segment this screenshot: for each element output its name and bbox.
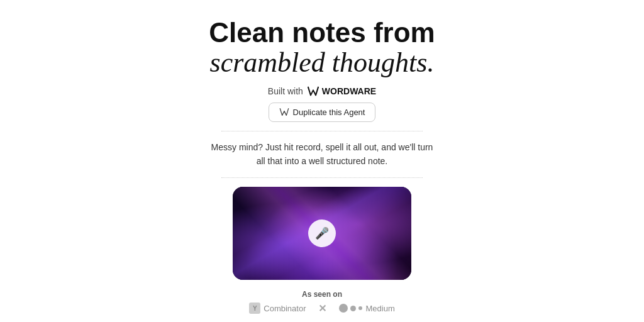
duplicate-icon [279, 108, 289, 116]
wordware-logo: WORDWARE [307, 86, 376, 96]
mic-icon: 🎤 [315, 226, 329, 240]
description-line2: all that into a well structured note. [257, 156, 388, 166]
x-logo: ✕ [318, 303, 326, 314]
description: Messy mind? Just hit record, spell it al… [211, 140, 433, 169]
mic-button[interactable]: 🎤 [308, 219, 336, 247]
built-with-label: Built with [268, 86, 303, 96]
wordware-name: WORDWARE [322, 86, 376, 96]
hero-title: Clean notes from scrambled thoughts. [209, 18, 435, 79]
duplicate-agent-button[interactable]: Duplicate this Agent [269, 103, 376, 122]
title-line1: Clean notes from [209, 18, 435, 48]
x-icon: ✕ [318, 303, 326, 314]
wordware-icon [307, 86, 319, 96]
title-line2: scrambled thoughts. [209, 48, 435, 78]
ycombinator-logo: Y Combinator [249, 303, 306, 314]
divider-bottom [221, 177, 423, 178]
logos-row: Y Combinator ✕ Medium [249, 303, 394, 314]
built-with-row: Built with WORDWARE [268, 86, 376, 96]
as-seen-on-section: As seen on Y Combinator ✕ Medium [249, 290, 394, 314]
duplicate-label: Duplicate this Agent [293, 108, 365, 117]
medium-label: Medium [365, 304, 394, 313]
medium-logo: Medium [339, 304, 394, 313]
ycombinator-icon: Y [249, 303, 260, 314]
media-card: 🎤 [233, 187, 411, 280]
medium-icon [339, 304, 362, 313]
as-seen-on-label: As seen on [249, 290, 394, 299]
divider-top [221, 131, 423, 131]
ycombinator-label: Combinator [264, 304, 306, 313]
description-line1: Messy mind? Just hit record, spell it al… [211, 142, 433, 152]
